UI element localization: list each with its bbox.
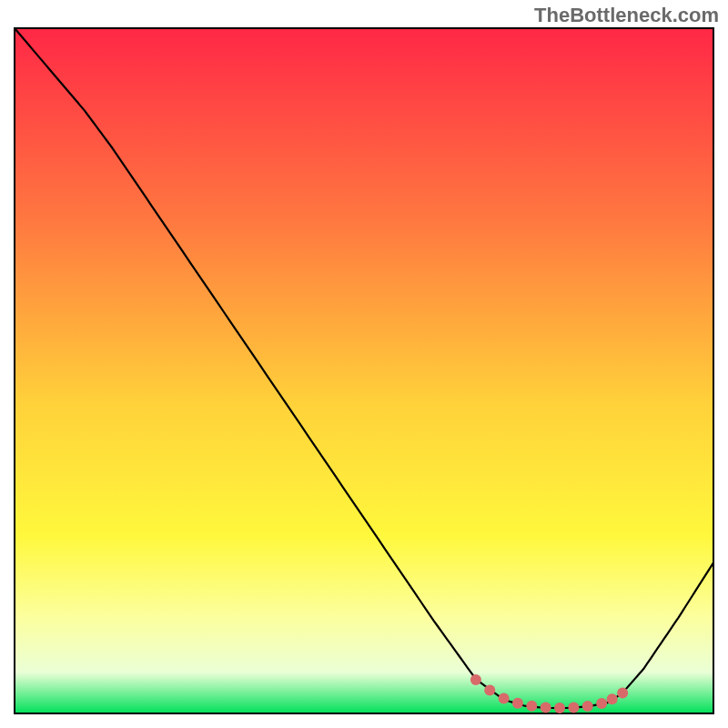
chart-container: TheBottleneck.com	[0, 0, 728, 728]
highlight-marker	[526, 701, 537, 712]
highlight-marker	[596, 698, 607, 709]
highlight-marker	[541, 703, 551, 713]
watermark-text: TheBottleneck.com	[534, 4, 719, 27]
highlight-marker	[512, 698, 523, 709]
highlight-marker	[568, 703, 579, 713]
highlight-marker	[484, 684, 495, 695]
highlight-marker	[554, 703, 565, 713]
highlight-marker	[582, 701, 593, 712]
highlight-marker	[607, 693, 618, 704]
gradient-background	[15, 28, 713, 713]
chart-plot	[14, 27, 714, 714]
highlight-marker	[470, 674, 481, 685]
chart-svg	[14, 27, 714, 714]
highlight-marker	[499, 693, 510, 703]
highlight-marker	[617, 687, 628, 698]
